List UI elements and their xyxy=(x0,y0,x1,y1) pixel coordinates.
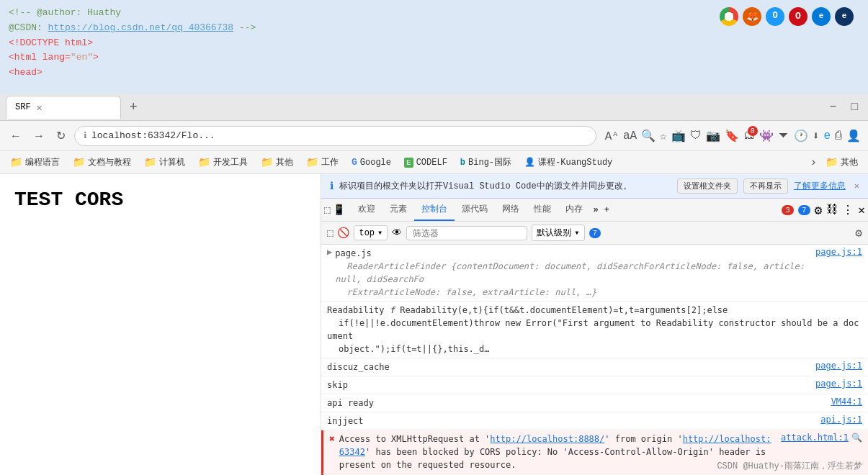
console-msg: Readability f Readability(e,t){if(t&&t.d… xyxy=(327,304,862,356)
tab-elements[interactable]: 元素 xyxy=(382,199,414,221)
download-icon[interactable]: ⬇ xyxy=(813,129,820,143)
forward-button[interactable]: → xyxy=(30,128,48,144)
address-input[interactable]: ℹ localhost:63342/Flo... xyxy=(74,126,596,146)
maximize-button[interactable]: □ xyxy=(846,99,862,115)
block-icon[interactable]: 🚫 xyxy=(337,227,349,239)
reader-mode-icon[interactable]: аА xyxy=(623,130,637,142)
context-selector[interactable]: top ▾ xyxy=(354,225,388,240)
bookmark-kuangstudy[interactable]: 👤 课程-KuangStudy xyxy=(520,155,617,170)
bookmark-工作[interactable]: 📁 工作 xyxy=(302,155,343,170)
share-icon[interactable]: ⎙ xyxy=(835,130,842,142)
level-label: 默认级别 xyxy=(537,227,571,239)
bookmark-more-button[interactable]: › xyxy=(810,156,817,169)
tab-console[interactable]: 控制台 xyxy=(414,199,455,221)
console-file-link[interactable]: page.js:1 xyxy=(810,361,862,371)
msg-text: page.js xyxy=(335,248,372,258)
bookmark-其他2[interactable]: 📁 其他 xyxy=(821,155,862,170)
console-dock-icon[interactable]: ⬚ xyxy=(327,227,333,239)
back-button[interactable]: ← xyxy=(7,128,24,144)
address-bar: ← → ↻ ℹ localhost:63342/Flo... Aᴬ аА 🔍 ☆… xyxy=(0,121,868,151)
search-icon[interactable]: 🔍 xyxy=(641,129,656,143)
bookmark-google[interactable]: G Google xyxy=(347,155,395,169)
copilot-icon[interactable]: 👾 xyxy=(759,129,774,143)
settings-icon[interactable]: ⚙ xyxy=(815,202,823,218)
bookmark-codelf[interactable]: E CODELF xyxy=(400,156,452,169)
tab-welcome[interactable]: 欢迎 xyxy=(351,199,382,221)
close-devtools-button[interactable]: ✕ xyxy=(858,203,865,217)
devtools-tabs: ⬚ 📱 欢迎 元素 控制台 源代码 网络 性能 内存 » + 3 7 ⚙ ⛓ ⋮… xyxy=(321,199,868,222)
browser-tab[interactable]: SRF ✕ xyxy=(6,96,121,119)
tab-performance[interactable]: 性能 xyxy=(527,199,558,221)
devtools-toolbar: ⬚ 🚫 top ▾ 👁 默认级别 ▾ 7 ⚙ xyxy=(321,222,868,245)
console-msg: discuz_cache xyxy=(327,361,810,374)
bookmark-计算机[interactable]: 📁 计算机 xyxy=(140,155,189,170)
console-entry-discuz: discuz_cache page.js:1 xyxy=(321,358,868,376)
bookmark-编程语言[interactable]: 📁 编程语言 xyxy=(6,155,64,170)
error-icon: ✖ xyxy=(329,433,335,444)
minimize-button[interactable]: − xyxy=(826,99,841,115)
devtools-notification-bar: ℹ 标识项目的根文件夹以打开Visual Studio Code中的源文件并同步… xyxy=(321,174,868,199)
bookmark-icon[interactable]: 🔖 xyxy=(725,129,739,143)
notification-close-button[interactable]: ✕ xyxy=(854,181,859,191)
csdn-watermark: CSDN @Huathy-雨落江南，浮生若梦 xyxy=(717,460,862,472)
refresh-button[interactable]: ↻ xyxy=(53,127,68,144)
more-options-icon[interactable]: ⋮ xyxy=(842,203,854,217)
learn-more-link[interactable]: 了解更多信息 xyxy=(794,180,846,192)
browser-icons: 🦊 O O e e xyxy=(720,7,854,26)
console-entry-injject: injject api.js:1 xyxy=(321,412,868,430)
firefox-icon: 🦊 xyxy=(743,7,761,26)
star-icon[interactable]: ☆ xyxy=(660,129,667,143)
new-tab-button[interactable]: + xyxy=(124,96,143,117)
dont-show-button[interactable]: 不再显示 xyxy=(743,178,788,194)
shield-icon[interactable]: 🛡 xyxy=(690,129,702,142)
console-settings-icon[interactable]: ⚙ xyxy=(855,226,862,240)
dock-icon[interactable]: ⬚ xyxy=(324,204,330,216)
expand-arrow[interactable]: ▶ xyxy=(327,247,332,257)
console-file-link[interactable]: attack.html:1 xyxy=(775,433,849,443)
bookmark-文档与教程[interactable]: 📁 文档与教程 xyxy=(68,155,135,170)
tab-close-button[interactable]: ✕ xyxy=(37,101,42,114)
bookmark-bing[interactable]: b Bing-国际 xyxy=(456,155,516,170)
log-level-selector[interactable]: 默认级别 ▾ xyxy=(532,225,584,241)
tab-memory[interactable]: 内存 xyxy=(558,199,590,221)
more-tabs-button[interactable]: » xyxy=(593,205,598,215)
msg-line2: if(!e||!e.documentElement)throw new Erro… xyxy=(327,318,859,341)
bookmark-开发工具[interactable]: 📁 开发工具 xyxy=(194,155,252,170)
context-chevron: ▾ xyxy=(377,227,382,238)
console-file-link[interactable]: page.js:1 xyxy=(810,247,862,257)
console-msg: page.js ReaderArticleFinder {contentDocu… xyxy=(335,247,810,299)
chrome-icon xyxy=(720,7,738,26)
search-icon[interactable]: 🔍 xyxy=(851,433,862,443)
window-controls: − □ xyxy=(826,99,862,115)
profile-icon[interactable]: 👤 xyxy=(846,129,861,143)
collections-icon[interactable]: 🗂 0 xyxy=(743,129,755,142)
font-size-icon[interactable]: Aᴬ xyxy=(605,129,619,143)
console-file-link[interactable]: VM44:1 xyxy=(826,397,862,407)
level-count-badge: 7 xyxy=(589,228,601,238)
console-file-link[interactable]: page.js:1 xyxy=(810,379,862,389)
devtools-panel: ℹ 标识项目的根文件夹以打开Visual Studio Code中的源文件并同步… xyxy=(321,174,868,475)
context-label: top xyxy=(359,228,375,238)
tab-sources[interactable]: 源代码 xyxy=(455,199,495,221)
set-root-folder-button[interactable]: 设置根文件夹 xyxy=(677,178,738,194)
history-icon[interactable]: 🕐 xyxy=(794,129,808,143)
console-output: ▶ page.js ReaderArticleFinder {contentDo… xyxy=(321,245,868,475)
opera-gx-icon: O xyxy=(766,7,784,26)
remote-debug-icon[interactable]: ⛓ xyxy=(826,203,838,217)
add-tab-button[interactable]: + xyxy=(600,202,614,218)
notification-text: 标识项目的根文件夹以打开Visual Studio Code中的源文件并同步更改… xyxy=(339,180,671,192)
sidebar-toggle-icon[interactable]: ⏷ xyxy=(778,129,789,142)
editor-line4: <html lang="en"> xyxy=(9,50,859,65)
screenshot-icon[interactable]: 📷 xyxy=(706,129,720,143)
ie-compat-icon[interactable]: e xyxy=(823,130,831,142)
error-badge: 3 xyxy=(782,205,794,215)
tab-network[interactable]: 网络 xyxy=(495,199,527,221)
console-filter-input[interactable] xyxy=(406,226,527,240)
editor-line3: <!DOCTYPE html> xyxy=(9,36,859,51)
console-file-link[interactable]: api.js:1 xyxy=(815,415,862,425)
mobile-icon[interactable]: 📱 xyxy=(333,204,345,216)
url1-link[interactable]: http://localhost:8888/ xyxy=(490,434,604,444)
bookmark-其他1[interactable]: 📁 其他 xyxy=(256,155,297,170)
eye-icon[interactable]: 👁 xyxy=(392,227,402,239)
tv-icon[interactable]: 📺 xyxy=(671,129,686,143)
